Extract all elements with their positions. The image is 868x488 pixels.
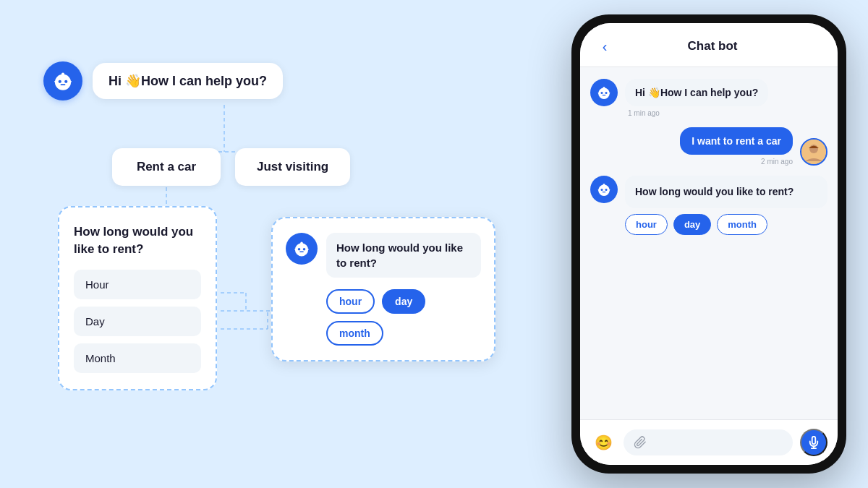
duration-day[interactable]: Day bbox=[74, 307, 201, 336]
duration-month[interactable]: Month bbox=[74, 343, 201, 373]
svg-point-23 bbox=[303, 248, 306, 251]
svg-rect-21 bbox=[298, 252, 305, 255]
preview-hour-btn[interactable]: hour bbox=[326, 289, 375, 314]
month-label: Month bbox=[85, 352, 116, 364]
just-visiting-option[interactable]: Just visiting bbox=[235, 148, 350, 186]
chat-hour-btn[interactable]: hour bbox=[625, 214, 668, 235]
user-avatar bbox=[800, 138, 827, 166]
bot-question-text: How long would you like to rent? bbox=[635, 186, 793, 197]
svg-point-25 bbox=[300, 242, 303, 245]
preview-duration-buttons: hour day month bbox=[326, 289, 481, 346]
back-button[interactable]: ‹ bbox=[595, 36, 615, 56]
preview-day-label: day bbox=[395, 296, 412, 307]
phone-mockup: ‹ Chat bot bbox=[571, 14, 846, 474]
svg-point-16 bbox=[61, 73, 64, 76]
svg-point-41 bbox=[605, 189, 608, 191]
duration-hour[interactable]: Hour bbox=[74, 270, 201, 299]
bot-chat-icon-1 bbox=[595, 84, 613, 101]
phone-outer-shell: ‹ Chat bot bbox=[571, 14, 846, 474]
how-long-box: How long would you like to rent? Hour Da… bbox=[58, 206, 217, 390]
chat-day-label: day bbox=[684, 219, 700, 230]
user-avatar-image bbox=[801, 140, 826, 164]
preview-month-btn[interactable]: month bbox=[326, 321, 383, 346]
bot-greeting-bubble: Hi 👋How I can help you? bbox=[625, 79, 768, 106]
svg-rect-28 bbox=[299, 252, 304, 252]
bot-question-bubble: How long would you like to rent? bbox=[625, 176, 827, 208]
bot-message-2: How long would you like to rent? hour da… bbox=[590, 176, 827, 235]
message-input-area[interactable] bbox=[624, 429, 793, 455]
preview-bot-question: How long would you like to rent? bbox=[326, 233, 481, 278]
svg-rect-19 bbox=[61, 84, 66, 85]
user-msg-time-1: 2 min ago bbox=[680, 158, 793, 166]
bot-greeting-text: Hi 👋How I can help you? bbox=[635, 87, 758, 98]
user-msg-content-1: I want to rent a car 2 min ago bbox=[680, 127, 793, 166]
phone-header: ‹ Chat bot bbox=[580, 23, 838, 67]
bot-message-1: Hi 👋How I can help you? 1 min ago bbox=[590, 79, 827, 117]
greeting-section: Hi 👋How I can help you? bbox=[43, 61, 283, 100]
bot-avatar-chat-2 bbox=[590, 176, 618, 203]
chat-messages-area: Hi 👋How I can help you? 1 min ago I want… bbox=[580, 67, 838, 419]
chat-month-btn[interactable]: month bbox=[717, 214, 767, 235]
user-rent-text: I want to rent a car bbox=[692, 135, 781, 147]
chat-month-label: month bbox=[728, 219, 757, 230]
chat-hour-label: hour bbox=[636, 219, 657, 230]
svg-point-22 bbox=[298, 248, 301, 251]
chat-preview-card: How long would you like to rent? hour da… bbox=[271, 217, 495, 361]
day-label: Day bbox=[85, 315, 105, 328]
greeting-bubble: Hi 👋How I can help you? bbox=[93, 63, 283, 99]
svg-rect-46 bbox=[603, 192, 606, 192]
svg-point-31 bbox=[605, 92, 608, 94]
user-message-1: I want to rent a car 2 min ago bbox=[590, 127, 827, 166]
bot-chat-icon-2 bbox=[595, 181, 613, 198]
how-long-title: How long would you like to rent? bbox=[74, 223, 201, 258]
bot-icon bbox=[51, 69, 75, 93]
svg-point-13 bbox=[59, 80, 61, 83]
svg-rect-36 bbox=[603, 95, 606, 95]
chat-day-btn[interactable]: day bbox=[673, 214, 711, 235]
chat-duration-options: hour day month bbox=[625, 214, 827, 235]
preview-bot-row: How long would you like to rent? bbox=[286, 233, 481, 278]
options-row: Rent a car Just visiting bbox=[112, 148, 350, 186]
preview-month-label: month bbox=[339, 328, 370, 339]
svg-point-43 bbox=[603, 184, 605, 186]
flow-diagram: Hi 👋How I can help you? Rent a car Just … bbox=[0, 0, 463, 488]
user-rent-bubble: I want to rent a car bbox=[680, 127, 793, 155]
preview-bot-icon bbox=[292, 239, 312, 259]
greeting-text: Hi 👋How I can help you? bbox=[109, 74, 267, 88]
hour-label: Hour bbox=[85, 278, 109, 291]
svg-point-30 bbox=[601, 92, 603, 94]
preview-day-btn[interactable]: day bbox=[382, 289, 425, 314]
bot-avatar-chat-1 bbox=[590, 79, 618, 106]
microphone-icon bbox=[807, 436, 820, 449]
svg-rect-12 bbox=[59, 85, 67, 89]
bot-msg-content-1: Hi 👋How I can help you? 1 min ago bbox=[625, 79, 827, 117]
rent-a-car-option[interactable]: Rent a car bbox=[112, 148, 221, 186]
phone-input-bar: 😊 bbox=[580, 419, 838, 465]
back-arrow: ‹ bbox=[603, 38, 608, 55]
svg-point-40 bbox=[601, 189, 603, 191]
preview-hour-label: hour bbox=[339, 296, 362, 307]
just-visiting-label: Just visiting bbox=[257, 160, 328, 174]
svg-point-14 bbox=[64, 80, 67, 83]
paperclip-icon bbox=[634, 436, 647, 449]
clip-icon bbox=[634, 436, 647, 449]
emoji-button[interactable]: 😊 bbox=[590, 429, 616, 455]
bot-avatar-large bbox=[43, 61, 82, 100]
mic-button[interactable] bbox=[800, 429, 827, 456]
rent-car-label: Rent a car bbox=[137, 160, 196, 174]
svg-point-33 bbox=[603, 87, 605, 89]
bot-msg-time-1: 1 min ago bbox=[625, 109, 827, 117]
phone-screen: ‹ Chat bot bbox=[580, 23, 838, 465]
phone-title: Chat bot bbox=[622, 39, 803, 53]
emoji-icon: 😊 bbox=[595, 434, 613, 451]
bot-msg-content-2: How long would you like to rent? hour da… bbox=[625, 176, 827, 235]
preview-bot-avatar bbox=[286, 233, 318, 265]
